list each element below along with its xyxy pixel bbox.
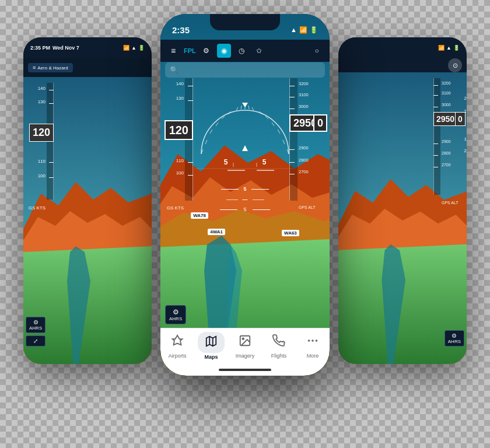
svg-point-36 bbox=[316, 340, 318, 342]
nav-more-icon-wrap bbox=[302, 332, 324, 352]
svg-line-16 bbox=[249, 106, 249, 109]
front-screen: 2:35 ▲ 📶 🔋 ≡ FPL ⚙ ◉ ◷ ✩ ○ bbox=[160, 14, 330, 376]
back-right-alt-3000: 3000 bbox=[442, 103, 451, 107]
back-right-battery-icon: 🔋 bbox=[453, 45, 460, 51]
maps-icon bbox=[205, 335, 218, 348]
back-left-layer-btn[interactable]: ≡ Aero & Hazard bbox=[28, 63, 73, 72]
back-right-alt-zero: 0 bbox=[455, 112, 466, 126]
front-circle-btn[interactable]: ○ bbox=[310, 44, 324, 58]
front-battery-icon: 🔋 bbox=[310, 26, 318, 34]
front-toolbar-left: ≡ FPL ⚙ ◉ ◷ ✩ bbox=[166, 44, 266, 58]
front-speed-130: 130 bbox=[176, 96, 184, 101]
front-clock-btn[interactable]: ◷ bbox=[235, 44, 249, 58]
svg-line-19 bbox=[283, 140, 285, 144]
nav-item-more[interactable]: More bbox=[298, 332, 328, 359]
nav-item-imagery[interactable]: Imagery bbox=[230, 332, 260, 359]
back-right-alt-3200: 3200 bbox=[442, 81, 451, 85]
back-left-toolbar: ≡ Aero & Hazard bbox=[23, 58, 152, 77]
svg-point-35 bbox=[312, 340, 314, 342]
back-left-expand-btn[interactable]: ⤢ bbox=[26, 335, 46, 346]
back-right-status: 📶 ▲ 🔋 bbox=[338, 37, 467, 58]
back-left-flight-bg: 140 130 120 110 100 GS KTS ⚙ AHR bbox=[23, 77, 152, 364]
front-star-btn[interactable]: ✩ bbox=[252, 44, 266, 58]
front-search-bar[interactable]: 🔍 bbox=[165, 62, 325, 78]
svg-text:5: 5 bbox=[224, 158, 228, 166]
front-ahrs-label: AHRS bbox=[169, 316, 182, 321]
nav-flights-icon-wrap bbox=[268, 332, 290, 352]
back-left-ahrs-btn[interactable]: ⚙ AHRS bbox=[26, 317, 46, 333]
front-fpl-btn[interactable]: FPL bbox=[184, 47, 196, 54]
front-alt-2800: 2800 bbox=[299, 158, 309, 163]
svg-point-33 bbox=[242, 338, 244, 340]
back-right-gps-label: GPS ALT bbox=[442, 201, 459, 205]
back-left-battery-icon: 🔋 bbox=[138, 45, 145, 51]
front-signal-icon: ▲ bbox=[290, 26, 297, 33]
back-left-speed-tick-130: 130 bbox=[38, 99, 46, 104]
svg-point-34 bbox=[308, 340, 310, 342]
back-right-settings-icon: ⊙ bbox=[453, 62, 458, 69]
svg-marker-20 bbox=[242, 103, 248, 107]
back-right-ahrs-btn[interactable]: ⚙ AHRS bbox=[444, 330, 464, 346]
back-left-ahrs-label: AHRS bbox=[29, 326, 42, 331]
back-left-gs-label: GS KTS bbox=[29, 205, 46, 211]
svg-line-12 bbox=[205, 140, 207, 144]
back-right-side-2b: 2 bbox=[464, 148, 467, 153]
front-alt-2900: 2900 bbox=[299, 145, 309, 150]
back-left-time: 2:35 PM bbox=[30, 45, 50, 51]
nav-item-flights[interactable]: Flights bbox=[264, 332, 294, 359]
back-left-speed-tape: 140 130 120 110 100 GS KTS bbox=[24, 83, 54, 200]
nav-imagery-label: Imagery bbox=[236, 353, 255, 359]
back-right-alt-value: 2950 bbox=[433, 112, 457, 126]
svg-marker-21 bbox=[242, 145, 248, 151]
front-layers-btn[interactable]: ≡ bbox=[166, 44, 180, 58]
svg-line-4 bbox=[210, 130, 212, 134]
back-right-signal-icon: ▲ bbox=[446, 45, 452, 51]
back-right-side-2: 2 bbox=[464, 96, 467, 101]
front-ahrs-btn[interactable]: ⚙ AHRS bbox=[165, 305, 186, 324]
back-left-status: 2:35 PM Wed Nov 7 📶 ▲ 🔋 bbox=[23, 37, 152, 58]
svg-line-6 bbox=[236, 107, 238, 111]
front-globe-btn[interactable]: ◉ bbox=[217, 44, 231, 58]
front-phone: 2:35 ▲ 📶 🔋 ≡ FPL ⚙ ◉ ◷ ✩ ○ bbox=[160, 14, 330, 376]
back-right-side-1: 1 bbox=[464, 108, 467, 114]
back-right-alt-3100: 3100 bbox=[442, 91, 451, 95]
back-left-layer-label: Aero & Hazard bbox=[37, 65, 68, 71]
front-speed-110: 110 bbox=[176, 158, 184, 163]
back-left-speed-tick-110: 110 bbox=[38, 159, 46, 164]
svg-line-10 bbox=[278, 130, 280, 134]
nav-flights-label: Flights bbox=[271, 353, 287, 359]
back-left-screen: 2:35 PM Wed Nov 7 📶 ▲ 🔋 ≡ Aero & Hazard bbox=[23, 37, 152, 364]
back-right-alt-tape: 3200 3100 3000 2950 0 2900 2800 2700 bbox=[433, 78, 466, 195]
front-alt-3000: 3000 bbox=[299, 104, 309, 109]
front-waypoint-4wa1: 4WA1 bbox=[208, 229, 225, 235]
front-search-icon: 🔍 bbox=[170, 66, 178, 74]
front-wifi-icon: 📶 bbox=[299, 26, 307, 34]
back-right-alt-2800: 2800 bbox=[442, 151, 451, 155]
back-right-phone: 📶 ▲ 🔋 ⊙ bbox=[338, 37, 467, 364]
back-left-speed-tick-140: 140 bbox=[38, 86, 46, 91]
front-speed-140: 140 bbox=[176, 81, 184, 86]
back-right-toolbar-icon[interactable]: ⊙ bbox=[448, 58, 462, 72]
front-home-indicator bbox=[219, 369, 271, 371]
back-left-phone: 2:35 PM Wed Nov 7 📶 ▲ 🔋 ≡ Aero & Hazard bbox=[23, 37, 152, 364]
front-speed-value: 120 bbox=[164, 120, 193, 140]
front-time: 2:35 bbox=[172, 25, 190, 35]
front-toolbar: ≡ FPL ⚙ ◉ ◷ ✩ ○ bbox=[160, 40, 330, 62]
front-pitch-dash: — bbox=[243, 197, 248, 202]
back-left-date: Wed Nov 7 bbox=[52, 45, 79, 51]
front-pitch-5-label: 5 bbox=[243, 186, 246, 192]
front-status-icons: ▲ 📶 🔋 bbox=[290, 26, 318, 34]
front-alt-zero: 0 bbox=[313, 114, 327, 132]
back-left-wifi-icon: 📶 bbox=[123, 45, 130, 51]
back-left-speed-tick-100: 100 bbox=[38, 173, 46, 178]
back-left-ahrs-area: ⚙ AHRS ⤢ bbox=[26, 317, 46, 346]
front-settings-btn[interactable]: ⚙ bbox=[200, 44, 214, 58]
back-right-screen: 📶 ▲ 🔋 ⊙ bbox=[338, 37, 467, 364]
nav-item-airports[interactable]: Airports bbox=[162, 332, 192, 359]
nav-item-maps[interactable]: Maps bbox=[196, 332, 226, 360]
imagery-icon bbox=[239, 334, 251, 347]
front-speed-tape: 140 130 120 110 100 GS KTS bbox=[163, 78, 193, 201]
nav-imagery-icon-wrap bbox=[234, 332, 256, 352]
front-hsi-svg: 5 5 bbox=[190, 78, 300, 172]
nav-airports-icon-wrap bbox=[166, 332, 188, 352]
